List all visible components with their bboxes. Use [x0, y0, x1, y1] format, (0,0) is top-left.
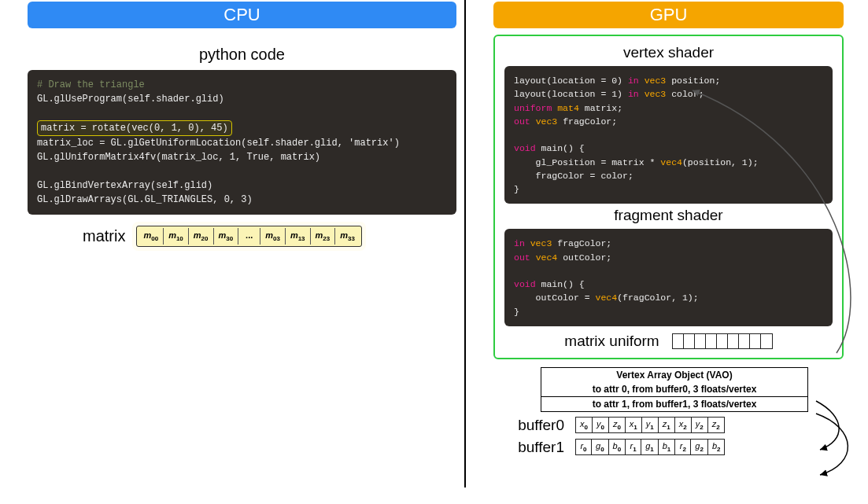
matrix-visual: matrix m00m10m20m30...m03m13m23m33	[83, 226, 456, 247]
code-line: GL.glBindVertexArray(self.glid)	[37, 180, 212, 191]
matrix-cells: m00m10m20m30...m03m13m23m33	[136, 226, 362, 247]
cpu-header: CPU	[28, 2, 456, 28]
code-highlight: matrix = rotate(vec(0, 1, 0), 45)	[37, 120, 232, 136]
code-line: GL.glDrawArrays(GL.GL_TRIANGLES, 0, 3)	[37, 194, 253, 205]
matrix-label: matrix	[83, 227, 125, 245]
buffer1-cells: r0g0b0r1g1b1r2g2b2	[575, 439, 725, 455]
cpu-panel: CPU python code # Draw the triangle GL.g…	[0, 0, 464, 504]
vao-row: to attr 0, from buffer0, 3 floats/vertex	[541, 382, 808, 397]
code-line: matrix_loc = GL.glGetUniformLocation(sel…	[37, 138, 400, 149]
fragment-shader-code: in vec3 fragColor; out vec4 outColor; vo…	[504, 229, 833, 326]
uniform-cells	[672, 333, 773, 349]
buffer0-row: buffer0 x0y0z0x1y1z1x2y2z2	[493, 417, 844, 434]
code-comment: # Draw the triangle	[37, 79, 145, 90]
code-line: GL.glUseProgram(self.shader.glid)	[37, 94, 224, 105]
gpu-header: GPU	[493, 2, 844, 28]
gpu-panel: GPU vertex shader layout(location = 0) i…	[466, 0, 859, 504]
vertex-shader-code: layout(location = 0) in vec3 position; l…	[504, 66, 833, 204]
vertex-shader-title: vertex shader	[504, 44, 833, 61]
vao-box: Vertex Array Object (VAO) to attr 0, fro…	[541, 367, 808, 412]
buffer0-cells: x0y0z0x1y1z1x2y2z2	[575, 417, 725, 433]
uniform-row: matrix uniform	[504, 333, 833, 350]
fragment-shader-title: fragment shader	[504, 207, 833, 224]
buffer1-row: buffer1 r0g0b0r1g1b1r2g2b2	[493, 439, 844, 456]
gpu-program-box: vertex shader layout(location = 0) in ve…	[493, 35, 844, 359]
vao-title: Vertex Array Object (VAO)	[541, 367, 808, 382]
buffer-label: buffer1	[493, 439, 564, 456]
python-code-block: # Draw the triangle GL.glUseProgram(self…	[28, 70, 456, 215]
vao-row: to attr 1, from buffer1, 3 floats/vertex	[541, 397, 808, 412]
uniform-label: matrix uniform	[564, 333, 659, 350]
code-line: GL.glUniformMatrix4fv(matrix_loc, 1, Tru…	[37, 152, 320, 163]
buffer-label: buffer0	[493, 417, 564, 434]
python-code-title: python code	[28, 46, 456, 64]
